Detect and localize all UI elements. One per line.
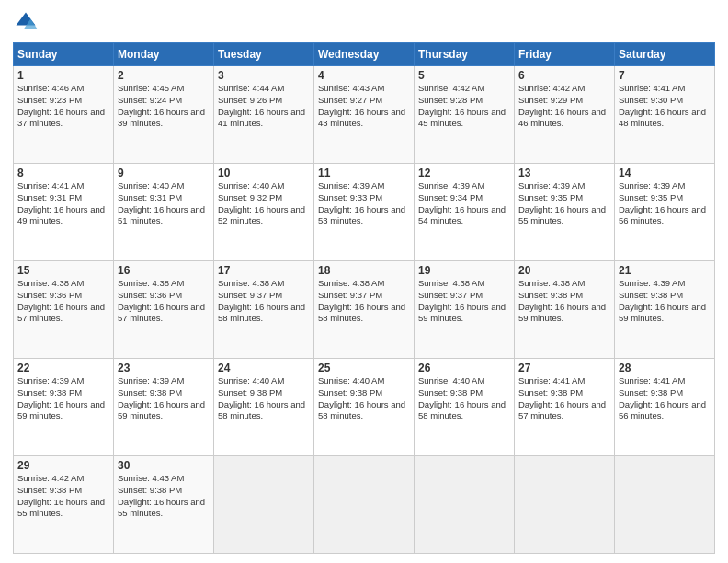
day-number: 3 (218, 69, 310, 82)
day-info: Sunrise: 4:40 AMSunset: 9:38 PMDaylight:… (418, 375, 510, 422)
weekday-header: Sunday (14, 43, 114, 66)
calendar-cell: 18Sunrise: 4:38 AMSunset: 9:37 PMDayligh… (314, 261, 415, 359)
day-info: Sunrise: 4:43 AMSunset: 9:38 PMDaylight:… (118, 473, 210, 520)
calendar-cell: 5Sunrise: 4:42 AMSunset: 9:28 PMDaylight… (415, 66, 515, 164)
calendar-week-row: 29Sunrise: 4:42 AMSunset: 9:38 PMDayligh… (14, 456, 715, 554)
day-info: Sunrise: 4:39 AMSunset: 9:34 PMDaylight:… (418, 180, 510, 227)
calendar-cell: 20Sunrise: 4:38 AMSunset: 9:38 PMDayligh… (515, 261, 615, 359)
calendar-week-row: 1Sunrise: 4:46 AMSunset: 9:23 PMDaylight… (14, 66, 715, 164)
calendar-cell: 11Sunrise: 4:39 AMSunset: 9:33 PMDayligh… (314, 164, 415, 261)
day-number: 7 (619, 69, 711, 82)
calendar-cell: 15Sunrise: 4:38 AMSunset: 9:36 PMDayligh… (14, 261, 114, 359)
day-info: Sunrise: 4:39 AMSunset: 9:33 PMDaylight:… (318, 180, 410, 227)
day-number: 5 (418, 69, 510, 82)
day-number: 26 (418, 362, 510, 374)
calendar-cell: 24Sunrise: 4:40 AMSunset: 9:38 PMDayligh… (214, 359, 314, 456)
calendar-cell: 17Sunrise: 4:38 AMSunset: 9:37 PMDayligh… (214, 261, 314, 359)
day-info: Sunrise: 4:39 AMSunset: 9:35 PMDaylight:… (619, 180, 711, 227)
calendar-cell: 1Sunrise: 4:46 AMSunset: 9:23 PMDaylight… (14, 66, 114, 164)
day-info: Sunrise: 4:41 AMSunset: 9:31 PMDaylight:… (17, 180, 109, 227)
day-number: 11 (318, 167, 410, 179)
day-info: Sunrise: 4:42 AMSunset: 9:28 PMDaylight:… (418, 83, 510, 130)
calendar-cell: 12Sunrise: 4:39 AMSunset: 9:34 PMDayligh… (415, 164, 515, 261)
day-number: 30 (118, 459, 210, 472)
day-number: 29 (17, 459, 109, 472)
day-number: 23 (118, 362, 210, 374)
day-number: 13 (518, 167, 610, 179)
day-info: Sunrise: 4:38 AMSunset: 9:37 PMDaylight:… (418, 278, 510, 325)
day-info: Sunrise: 4:38 AMSunset: 9:38 PMDaylight:… (518, 278, 610, 325)
day-number: 14 (619, 167, 711, 179)
day-number: 1 (17, 69, 109, 82)
day-info: Sunrise: 4:42 AMSunset: 9:38 PMDaylight:… (17, 473, 109, 520)
day-number: 19 (418, 264, 510, 277)
weekday-header: Monday (114, 43, 214, 66)
day-number: 2 (118, 69, 210, 82)
calendar-cell (214, 456, 314, 554)
calendar-table: SundayMondayTuesdayWednesdayThursdayFrid… (13, 42, 715, 554)
weekday-header: Saturday (615, 43, 715, 66)
calendar-cell: 4Sunrise: 4:43 AMSunset: 9:27 PMDaylight… (314, 66, 415, 164)
day-info: Sunrise: 4:39 AMSunset: 9:38 PMDaylight:… (118, 375, 210, 422)
day-info: Sunrise: 4:38 AMSunset: 9:37 PMDaylight:… (318, 278, 410, 325)
calendar-cell: 14Sunrise: 4:39 AMSunset: 9:35 PMDayligh… (615, 164, 715, 261)
day-info: Sunrise: 4:41 AMSunset: 9:30 PMDaylight:… (619, 83, 711, 130)
page: SundayMondayTuesdayWednesdayThursdayFrid… (0, 0, 728, 563)
day-number: 8 (17, 167, 109, 179)
day-info: Sunrise: 4:39 AMSunset: 9:38 PMDaylight:… (619, 278, 711, 325)
day-number: 6 (518, 69, 610, 82)
day-info: Sunrise: 4:45 AMSunset: 9:24 PMDaylight:… (118, 83, 210, 130)
day-info: Sunrise: 4:42 AMSunset: 9:29 PMDaylight:… (518, 83, 610, 130)
day-info: Sunrise: 4:40 AMSunset: 9:31 PMDaylight:… (118, 180, 210, 227)
calendar-cell: 19Sunrise: 4:38 AMSunset: 9:37 PMDayligh… (415, 261, 515, 359)
calendar-cell: 28Sunrise: 4:41 AMSunset: 9:38 PMDayligh… (615, 359, 715, 456)
calendar-cell (314, 456, 415, 554)
calendar-cell: 3Sunrise: 4:44 AMSunset: 9:26 PMDaylight… (214, 66, 314, 164)
calendar-cell: 26Sunrise: 4:40 AMSunset: 9:38 PMDayligh… (415, 359, 515, 456)
day-info: Sunrise: 4:41 AMSunset: 9:38 PMDaylight:… (518, 375, 610, 422)
header (13, 9, 715, 35)
calendar-week-row: 8Sunrise: 4:41 AMSunset: 9:31 PMDaylight… (14, 164, 715, 261)
calendar-cell: 8Sunrise: 4:41 AMSunset: 9:31 PMDaylight… (14, 164, 114, 261)
calendar-cell: 13Sunrise: 4:39 AMSunset: 9:35 PMDayligh… (515, 164, 615, 261)
calendar-cell (515, 456, 615, 554)
calendar-cell: 16Sunrise: 4:38 AMSunset: 9:36 PMDayligh… (114, 261, 214, 359)
weekday-header: Tuesday (214, 43, 314, 66)
day-number: 16 (118, 264, 210, 277)
day-number: 10 (218, 167, 310, 179)
day-info: Sunrise: 4:40 AMSunset: 9:38 PMDaylight:… (318, 375, 410, 422)
day-info: Sunrise: 4:39 AMSunset: 9:35 PMDaylight:… (518, 180, 610, 227)
day-info: Sunrise: 4:44 AMSunset: 9:26 PMDaylight:… (218, 83, 310, 130)
logo-icon (13, 9, 39, 35)
day-info: Sunrise: 4:38 AMSunset: 9:36 PMDaylight:… (17, 278, 109, 325)
day-info: Sunrise: 4:39 AMSunset: 9:38 PMDaylight:… (17, 375, 109, 422)
calendar-cell: 27Sunrise: 4:41 AMSunset: 9:38 PMDayligh… (515, 359, 615, 456)
calendar-cell: 25Sunrise: 4:40 AMSunset: 9:38 PMDayligh… (314, 359, 415, 456)
day-number: 20 (518, 264, 610, 277)
calendar-week-row: 22Sunrise: 4:39 AMSunset: 9:38 PMDayligh… (14, 359, 715, 456)
day-info: Sunrise: 4:40 AMSunset: 9:38 PMDaylight:… (218, 375, 310, 422)
calendar-cell: 2Sunrise: 4:45 AMSunset: 9:24 PMDaylight… (114, 66, 214, 164)
day-info: Sunrise: 4:41 AMSunset: 9:38 PMDaylight:… (619, 375, 711, 422)
weekday-header: Wednesday (314, 43, 415, 66)
day-number: 22 (17, 362, 109, 374)
day-number: 24 (218, 362, 310, 374)
calendar-cell: 21Sunrise: 4:39 AMSunset: 9:38 PMDayligh… (615, 261, 715, 359)
calendar-cell: 10Sunrise: 4:40 AMSunset: 9:32 PMDayligh… (214, 164, 314, 261)
day-number: 17 (218, 264, 310, 277)
calendar-cell: 7Sunrise: 4:41 AMSunset: 9:30 PMDaylight… (615, 66, 715, 164)
calendar-week-row: 15Sunrise: 4:38 AMSunset: 9:36 PMDayligh… (14, 261, 715, 359)
day-info: Sunrise: 4:40 AMSunset: 9:32 PMDaylight:… (218, 180, 310, 227)
day-number: 12 (418, 167, 510, 179)
calendar-cell (415, 456, 515, 554)
day-number: 25 (318, 362, 410, 374)
day-number: 4 (318, 69, 410, 82)
calendar-cell: 22Sunrise: 4:39 AMSunset: 9:38 PMDayligh… (14, 359, 114, 456)
weekday-header: Friday (515, 43, 615, 66)
day-number: 9 (118, 167, 210, 179)
weekday-header: Thursday (415, 43, 515, 66)
day-number: 28 (619, 362, 711, 374)
calendar-cell: 23Sunrise: 4:39 AMSunset: 9:38 PMDayligh… (114, 359, 214, 456)
day-number: 15 (17, 264, 109, 277)
calendar-cell: 29Sunrise: 4:42 AMSunset: 9:38 PMDayligh… (14, 456, 114, 554)
